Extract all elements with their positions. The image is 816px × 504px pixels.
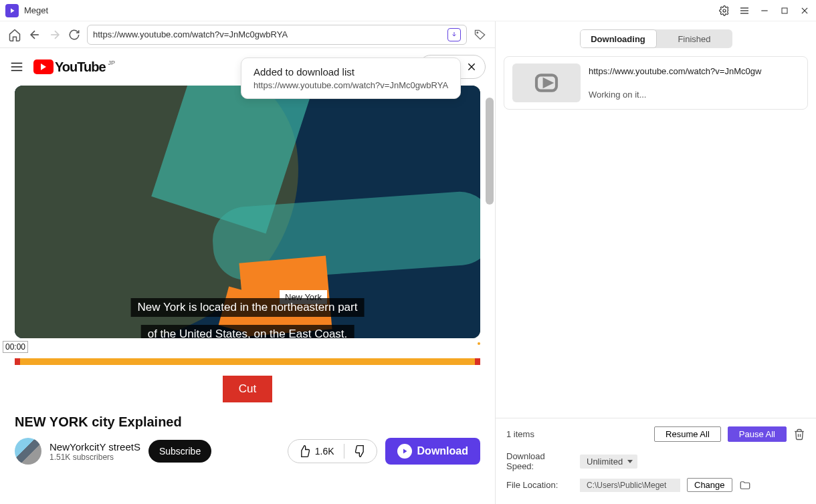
download-item[interactable]: https://www.youtube.com/watch?v=JnMc0gw …	[504, 56, 808, 110]
timeline[interactable]: 00:00	[15, 342, 480, 368]
hamburger-icon[interactable]	[9, 59, 24, 74]
scrollbar[interactable]	[486, 98, 494, 205]
svg-rect-5	[782, 8, 787, 13]
items-count: 1 items	[506, 429, 647, 439]
timecode: 00:00	[3, 341, 28, 353]
content-scroll[interactable]: YouTube JP new york New York New York is…	[0, 48, 495, 504]
minimize-icon[interactable]	[758, 5, 771, 17]
play-placeholder-icon	[533, 70, 560, 96]
svg-point-11	[477, 31, 478, 33]
thumbs-up-icon	[298, 445, 311, 458]
maximize-icon[interactable]	[779, 5, 791, 17]
speed-label: Download Speed:	[506, 451, 573, 471]
gear-icon[interactable]	[718, 5, 730, 17]
clear-icon[interactable]	[466, 61, 477, 72]
pause-all-button[interactable]: Pause All	[728, 426, 787, 442]
subscriber-count: 1.51K subscribers	[49, 453, 140, 462]
back-icon[interactable]	[28, 28, 41, 41]
youtube-wordmark: YouTube	[55, 59, 106, 75]
forward-icon	[48, 28, 62, 41]
url-input[interactable]	[93, 29, 443, 39]
titlebar: Meget	[0, 0, 816, 21]
home-icon[interactable]	[8, 28, 21, 41]
subscribe-button[interactable]: Subscribe	[148, 440, 211, 463]
svg-marker-18	[544, 80, 551, 86]
app-logo	[5, 4, 19, 17]
tab-downloading[interactable]: Downloading	[580, 29, 657, 48]
channel-name[interactable]: NewYorkcitY streetS	[49, 441, 140, 453]
thumbs-down-icon	[354, 445, 367, 458]
open-folder-icon[interactable]	[739, 479, 751, 491]
tag-icon[interactable]	[474, 28, 487, 41]
caption-line-2: of the United States, on the East Coast.	[141, 325, 354, 338]
add-download-icon[interactable]	[447, 28, 461, 41]
trash-icon[interactable]	[793, 428, 805, 440]
tab-finished[interactable]: Finished	[657, 29, 732, 48]
app-name: Meget	[24, 5, 48, 15]
resume-all-button[interactable]: Resume All	[654, 426, 721, 442]
channel-avatar[interactable]	[15, 438, 41, 465]
menu-icon[interactable]	[738, 5, 750, 17]
svg-point-0	[723, 9, 726, 12]
download-icon	[397, 444, 412, 459]
reload-icon[interactable]	[68, 29, 80, 41]
thumbnail-placeholder	[512, 64, 581, 102]
toast-title: Added to download list	[253, 66, 448, 78]
browser-bar	[0, 21, 495, 48]
caption-line-1: New York is located in the northeastern …	[131, 298, 365, 317]
toast-notification: Added to download list https://www.youtu…	[241, 57, 461, 99]
download-label: Download	[417, 445, 468, 457]
video-player[interactable]: New York New York is located in the nort…	[15, 86, 480, 338]
like-count: 1.6K	[315, 446, 334, 457]
speed-select[interactable]: Unlimited	[580, 455, 637, 469]
download-status: Working on it...	[589, 90, 799, 100]
dislike-button[interactable]	[344, 440, 377, 463]
location-path: C:\Users\Public\Meget	[580, 479, 680, 492]
download-url: https://www.youtube.com/watch?v=JnMc0gw	[589, 66, 799, 76]
like-dislike-pill: 1.6K	[288, 439, 377, 463]
video-title: NEW YORK city Explained	[15, 414, 480, 430]
youtube-logo[interactable]: YouTube JP	[33, 59, 115, 75]
close-icon[interactable]	[799, 5, 811, 17]
youtube-play-icon	[33, 59, 54, 74]
url-box[interactable]	[87, 25, 467, 45]
panel-tabs: Downloading Finished	[580, 29, 732, 48]
toast-url: https://www.youtube.com/watch?v=JnMc0gwb…	[253, 80, 448, 90]
cut-button[interactable]: Cut	[223, 376, 272, 402]
change-location-button[interactable]: Change	[687, 478, 732, 492]
like-button[interactable]: 1.6K	[288, 440, 344, 463]
download-button[interactable]: Download	[385, 438, 480, 465]
location-label: File Location:	[506, 480, 573, 490]
youtube-region: JP	[108, 59, 116, 66]
